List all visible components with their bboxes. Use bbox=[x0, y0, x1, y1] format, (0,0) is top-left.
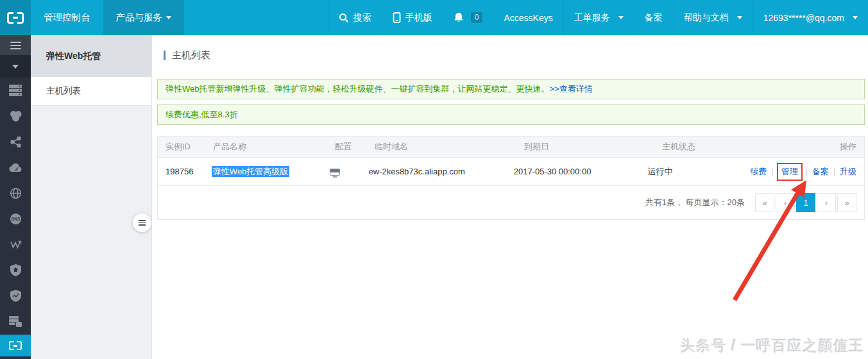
topbar-account-label: 12693*****@qq.com bbox=[763, 13, 844, 23]
sidebar-item-host-list[interactable]: 主机列表 bbox=[31, 77, 151, 106]
aliyun-logo-icon bbox=[7, 12, 24, 24]
topbar-right-nav: 搜索 手机版 0 AccessKeys 工单服务 备案 帮助与文档 bbox=[328, 0, 868, 35]
share-nodes-icon[interactable] bbox=[0, 129, 31, 154]
column-header-expire-date: 到期日 bbox=[524, 141, 662, 153]
topbar-beian-label: 备案 bbox=[645, 12, 663, 24]
table-row: 198756 弹性Web托管高级版 ew-2kes8b73c.aliapp.co… bbox=[158, 158, 864, 186]
title-accent-bar bbox=[164, 51, 166, 60]
sidebar: 弹性Web托管 主机列表 bbox=[31, 35, 152, 359]
prev-page-button[interactable]: ‹ bbox=[776, 193, 795, 212]
topbar-accesskeys-label: AccessKeys bbox=[504, 13, 552, 23]
trend-w-icon[interactable] bbox=[0, 231, 31, 257]
elastic-web-hosting-icon[interactable] bbox=[0, 335, 31, 356]
search-icon bbox=[339, 13, 349, 23]
console-page: 管理控制台 产品与服务 搜索 手机版 0 AccessKeys 工单服务 bbox=[0, 0, 868, 359]
watermark-text: 头条号 / 一呼百应之颜值王 bbox=[681, 336, 864, 356]
topbar-search-label: 搜索 bbox=[353, 12, 371, 24]
cell-temp-domain: ew-2kes8b73c.aliapp.com bbox=[368, 167, 513, 176]
mobile-icon bbox=[393, 12, 401, 23]
shield-home-icon[interactable] bbox=[0, 257, 31, 283]
topbar: 管理控制台 产品与服务 搜索 手机版 0 AccessKeys 工单服务 bbox=[0, 0, 868, 35]
page-title-text: 主机列表 bbox=[172, 49, 210, 62]
action-separator: | bbox=[801, 167, 812, 176]
chevron-down-icon bbox=[166, 16, 171, 19]
column-header-host-status: 主机状态 bbox=[662, 141, 768, 153]
cell-instance-id: 198756 bbox=[158, 167, 212, 176]
aliyun-logo[interactable] bbox=[0, 0, 31, 35]
promo-banner-renewal: 续费优惠,低至8.3折 bbox=[157, 104, 865, 125]
sidebar-collapse-handle[interactable] bbox=[133, 213, 151, 232]
nav-console-home-label: 管理控制台 bbox=[44, 12, 90, 24]
pagination-summary: 共有1条， 每页显示：20条 bbox=[645, 197, 745, 208]
cell-actions: 续费|管理|备案|升级 bbox=[751, 166, 864, 178]
topbar-mobile-version[interactable]: 手机版 bbox=[382, 0, 443, 35]
menu-icon[interactable] bbox=[0, 35, 31, 55]
topbar-help-label: 帮助与文档 bbox=[684, 12, 729, 24]
selected-product-name-text[interactable]: 弹性Web托管高级版 bbox=[212, 166, 290, 177]
cell-config bbox=[330, 167, 368, 176]
bracket-logo-icon bbox=[9, 341, 22, 350]
nav-products-services[interactable]: 产品与服务 bbox=[103, 0, 185, 35]
chevron-down-icon bbox=[618, 16, 624, 19]
dns-icon-label: DNS bbox=[11, 217, 20, 221]
dns-icon[interactable]: DNS bbox=[0, 206, 31, 231]
table-header-row: 实例ID 产品名称 配置 临时域名 到期日 主机状态 操作 bbox=[158, 137, 864, 158]
topbar-ticket-service[interactable]: 工单服务 bbox=[563, 0, 634, 35]
cell-host-status: 运行中 bbox=[647, 166, 750, 178]
action-separator: | bbox=[829, 167, 840, 176]
upgrade-link[interactable]: 升级 bbox=[840, 167, 856, 176]
collapse-caret-icon[interactable] bbox=[0, 55, 31, 78]
cdn-cloud-icon[interactable] bbox=[0, 154, 31, 180]
beian-link[interactable]: 备案 bbox=[812, 167, 829, 176]
column-header-actions: 操作 bbox=[768, 141, 864, 153]
cell-product-name: 弹性Web托管高级版 bbox=[212, 166, 330, 178]
topbar-help-docs[interactable]: 帮助与文档 bbox=[673, 0, 753, 35]
topbar-mobile-label: 手机版 bbox=[405, 12, 432, 24]
promo-banner-text: 弹性Web托管新增弹性升级、弹性扩容功能，轻松升级硬件、一键扩容到集群，让网站更… bbox=[166, 84, 550, 94]
shield-monitor-icon[interactable] bbox=[0, 283, 31, 308]
renew-link[interactable]: 续费 bbox=[751, 167, 767, 176]
topbar-account-menu[interactable]: 12693*****@qq.com bbox=[753, 0, 868, 35]
column-header-config: 配置 bbox=[335, 141, 375, 153]
pagination-buttons: « ‹ 1 › » bbox=[755, 193, 856, 212]
servers-icon[interactable] bbox=[0, 78, 31, 103]
last-page-button[interactable]: » bbox=[837, 193, 856, 212]
page-title: 主机列表 bbox=[164, 49, 868, 62]
first-page-button[interactable]: « bbox=[755, 193, 774, 212]
globe-icon[interactable] bbox=[0, 180, 31, 206]
sidebar-item-label: 主机列表 bbox=[46, 85, 81, 97]
chevron-down-icon bbox=[737, 16, 742, 19]
icon-rail: DNS bbox=[0, 35, 31, 359]
column-header-temp-domain: 临时域名 bbox=[375, 141, 524, 153]
column-header-product-name: 产品名称 bbox=[213, 141, 335, 153]
topbar-notifications[interactable]: 0 bbox=[443, 0, 493, 35]
host-table: 实例ID 产品名称 配置 临时域名 到期日 主机状态 操作 198756 弹性W… bbox=[157, 136, 865, 220]
cell-expire-date: 2017-05-30 00:00:00 bbox=[514, 167, 648, 176]
chevron-down-icon bbox=[853, 16, 858, 19]
promo-banner-upgrade: 弹性Web托管新增弹性升级、弹性扩容功能，轻松升级硬件、一键扩容到集群，让网站更… bbox=[157, 79, 865, 99]
topbar-ticket-label: 工单服务 bbox=[574, 12, 610, 24]
server-files-icon[interactable] bbox=[0, 308, 31, 334]
page-1-button[interactable]: 1 bbox=[796, 193, 815, 212]
promo-banner-text: 续费优惠,低至8.3折 bbox=[166, 110, 238, 119]
manage-link[interactable]: 管理 bbox=[777, 163, 803, 181]
notification-badge: 0 bbox=[471, 12, 483, 23]
nav-console-home[interactable]: 管理控制台 bbox=[31, 0, 103, 35]
pagination: 共有1条， 每页显示：20条 « ‹ 1 › » bbox=[158, 186, 864, 219]
grip-icon bbox=[139, 219, 146, 227]
view-details-link[interactable]: >>查看详情 bbox=[550, 84, 593, 94]
main-content: 主机列表 弹性Web托管新增弹性升级、弹性扩容功能，轻松升级硬件、一键扩容到集群… bbox=[152, 35, 868, 359]
topbar-beian[interactable]: 备案 bbox=[634, 0, 673, 35]
nav-products-label: 产品与服务 bbox=[116, 12, 163, 24]
sidebar-title: 弹性Web托管 bbox=[31, 35, 151, 77]
column-header-instance-id: 实例ID bbox=[158, 141, 213, 153]
bell-icon bbox=[454, 12, 464, 23]
topbar-search[interactable]: 搜索 bbox=[328, 0, 382, 35]
topbar-accesskeys[interactable]: AccessKeys bbox=[493, 0, 563, 35]
storage-cluster-icon[interactable] bbox=[0, 103, 31, 129]
next-page-button[interactable]: › bbox=[817, 193, 836, 212]
monitor-icon[interactable] bbox=[330, 169, 340, 176]
